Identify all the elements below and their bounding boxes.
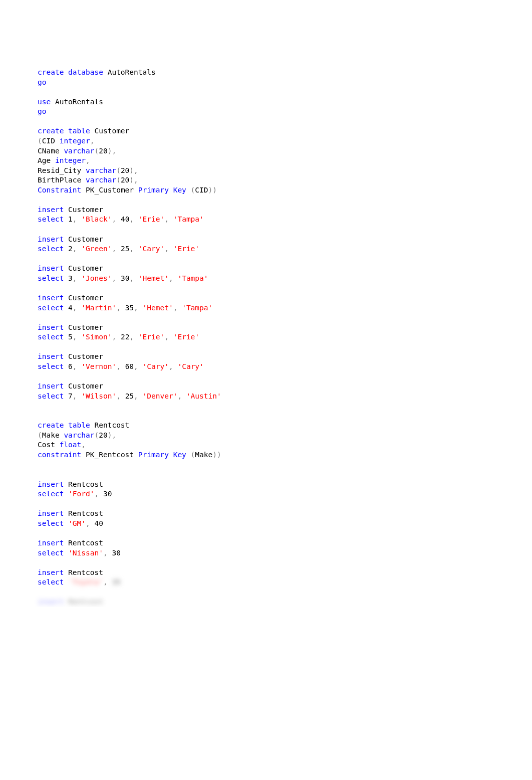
string: 'Erie' [138,333,164,341]
keyword-select: select [38,215,64,223]
blurred-string: 'Toyota' [68,578,103,586]
comma: , [73,274,81,282]
keyword-select: select [38,362,64,370]
keyword-insert: insert [38,323,64,331]
number: 3 [64,274,72,282]
type-varchar: varchar [64,147,94,155]
paren: ( [38,137,42,145]
comma: , [95,490,103,498]
comma: , [169,362,177,370]
comma: , [81,441,86,449]
paren: ), [129,166,138,174]
blurred-table-name: Rentcost [64,598,103,606]
comma: , [116,362,125,370]
type-integer: integer [55,156,86,164]
keyword-insert: insert [38,382,64,390]
table-name: Customer [64,235,103,243]
comma: , [73,362,81,370]
number: 1 [64,215,72,223]
comma: , [164,245,173,253]
space [64,549,68,557]
keyword-select: select [38,549,64,557]
space [64,519,68,527]
constraint-name: PK_Rentcost [81,451,138,459]
number: 40 [121,215,129,223]
keyword-insert: insert [38,539,64,547]
keyword-select: select [38,519,64,527]
table-name: Customer [64,323,103,331]
string: 'Erie' [173,333,199,341]
number: 40 [95,519,103,527]
keyword-constraint: constraint [38,451,81,459]
table-name: Customer [64,264,103,272]
type-varchar: varchar [86,166,116,174]
comma: , [73,392,81,400]
comma: , [112,245,120,253]
type-integer: integer [60,137,90,145]
keyword-create-table: create table [38,127,90,135]
string: 'Simon' [81,333,112,341]
number: 30 [103,490,112,498]
paren: ), [108,431,116,439]
comma: , [86,519,94,527]
paren: )) [212,451,221,459]
comma: , [129,215,138,223]
string: 'Hemet' [138,274,169,282]
keyword-select: select [38,245,64,253]
comma: , [90,137,95,145]
column-ref: CID [195,186,208,194]
paren: )) [208,186,217,194]
table-name: Customer [64,352,103,360]
comma: , [134,362,142,370]
blurred-number: 35 [112,578,120,586]
text: AutoRentals [51,98,103,106]
paren: ), [129,176,138,184]
number: 2 [64,245,72,253]
keyword-insert: insert [38,509,64,517]
keyword-select: select [38,274,64,282]
string: 'Black' [81,215,112,223]
column-name: CName [38,147,64,155]
number: 20 [121,166,129,174]
keyword-go: go [38,107,46,115]
paren: ( [116,166,121,174]
comma: , [129,274,138,282]
comma: , [73,245,81,253]
string: 'Tampa' [173,215,204,223]
keyword-insert: insert [38,235,64,243]
comma: , [116,304,125,312]
number: 22 [121,333,129,341]
comma: , [112,274,120,282]
comma: , [177,392,186,400]
string: 'Vernon' [81,362,116,370]
string: 'Tampa' [182,304,212,312]
number: 7 [64,392,72,400]
blurred-line: insert Rentcost [38,598,103,606]
keyword-primary-key: Primary Key [138,186,191,194]
table-name: Customer [90,127,130,135]
keyword-select: select [38,304,64,312]
string: 'Green' [81,245,112,253]
string: 'Cary' [177,362,203,370]
keyword-create-database: create database [38,68,103,76]
number: 60 [125,362,134,370]
keyword-insert: insert [38,352,64,360]
keyword-insert: insert [38,568,64,576]
string: 'Erie' [138,215,164,223]
keyword-go: go [38,78,46,86]
string: 'Martin' [81,304,116,312]
column-name: Resid_City [38,166,86,174]
comma: , [116,392,125,400]
comma: , [103,578,112,586]
paren: ( [95,147,99,155]
table-name: Rentcost [64,480,103,488]
keyword-insert: insert [38,294,64,302]
table-name: Customer [64,206,103,214]
comma: , [164,215,173,223]
number: 25 [125,392,134,400]
comma: , [169,274,177,282]
keyword-primary-key: Primary Key [138,451,191,459]
blurred-insert: insert [38,598,64,606]
number: 6 [64,362,72,370]
number: 5 [64,333,72,341]
